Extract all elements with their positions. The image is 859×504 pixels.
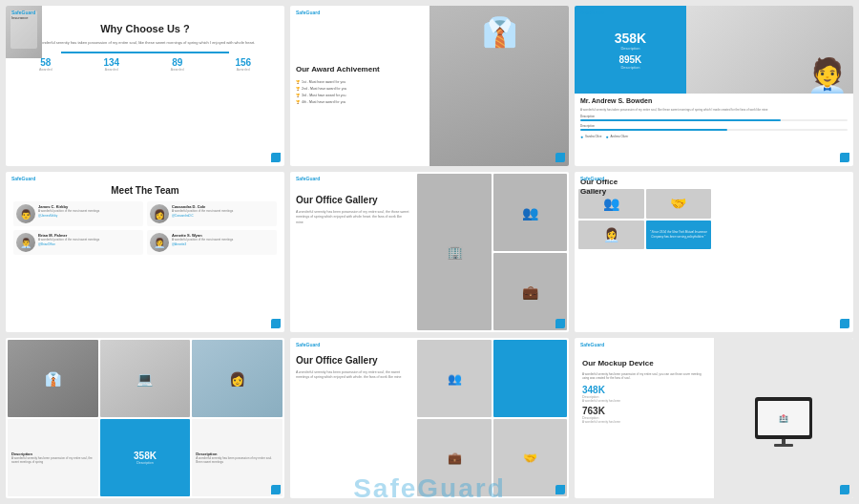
desc-text-1: A wonderful serenity has been possession… xyxy=(11,456,94,464)
stat-134: 134 Awarded xyxy=(103,57,119,72)
stats-top: 358K Description 895K Description xyxy=(575,6,853,94)
logo-slide9: SafeGuard xyxy=(580,343,604,348)
team-grid: 👨 James C. Kirkby A wonderful position o… xyxy=(6,201,284,255)
stat-num-4: 156 xyxy=(235,57,251,68)
team-card-3: 👨‍💼 Brian M. Palmer A wonderful position… xyxy=(13,230,143,255)
blue-corner-9 xyxy=(840,485,849,494)
blue-corner-7 xyxy=(271,485,281,494)
gallery-images-5: 🏢 👥 💼 xyxy=(415,172,569,332)
team-card-4: 👩‍💼 Annette S. Wynn A wonderful position… xyxy=(147,230,277,255)
gallery-img-tall: 🏢 xyxy=(417,174,491,330)
slide1-stats: 58 Awarded 134 Awarded 89 Awarded 156 Aw… xyxy=(6,57,284,72)
member-info-3: Brian M. Palmer A wonderful position of … xyxy=(38,233,140,246)
award-item-4: 4th - Must have award for you xyxy=(296,100,424,104)
award-left: Our Award Achivement 1st - Must have awa… xyxy=(290,6,430,166)
monitor-base xyxy=(774,444,793,447)
mockup-text: Our Mockup Device A wonderful serenity h… xyxy=(575,338,714,498)
prog-track-2 xyxy=(580,129,848,131)
slide-collage: 👔 💻 👩 Description A wonderful serenity h… xyxy=(6,338,284,498)
collage-desc-1: Description A wonderful serenity has bee… xyxy=(8,419,98,496)
people-icons: Sandra Olive Andrew Oliver xyxy=(580,134,848,139)
stat-895k: 895K xyxy=(618,54,641,65)
stat-lbl-4: Awarded xyxy=(235,68,251,72)
stat-desc-2: Description xyxy=(620,65,639,70)
gallery-img-1: 👥 xyxy=(493,174,567,251)
collage-stat-num: 358K xyxy=(134,451,157,461)
gallery-desc-8: A wonderful serenity has been possession… xyxy=(296,370,409,381)
stat-num-3: 89 xyxy=(171,57,184,68)
prog-fill-2 xyxy=(580,129,727,131)
gallery-img-8-2: 💼 xyxy=(417,419,491,496)
member-role-3: A wonderful position of the most sweet m… xyxy=(38,238,140,242)
stat-156: 156 Awarded xyxy=(235,57,251,72)
avatar-3: 👨‍💼 xyxy=(16,233,35,252)
stat-desc-1: Description xyxy=(620,46,639,51)
collage-img-3: 👩 xyxy=(192,340,283,417)
gallery-desc-5: A wonderful serenity has been possession… xyxy=(296,210,409,225)
avatar-4: 👩‍💼 xyxy=(150,233,169,252)
slide-person-stats: SafeGuard 358K Description 895K Descript… xyxy=(575,6,853,166)
slide-meet-team: SafeGuard Meet The Team 👨 James C. Kirkb… xyxy=(6,172,284,332)
person-badge-2: Andrew Oliver xyxy=(605,134,628,139)
slide1-divider xyxy=(61,52,228,53)
slide-grid: SafeGuardInsurance Why Choose Us ? A won… xyxy=(0,0,859,504)
member-social-1: @JamesKirkby xyxy=(38,214,140,218)
gallery-title-5: Our Office Gallery xyxy=(296,195,409,206)
slide-office-gallery-center: SafeGuard Our Office Gallery A wonderful… xyxy=(290,172,569,332)
stat-lbl-3: Awarded xyxy=(171,68,184,72)
prog-label-1: Description xyxy=(580,115,848,118)
gallery-grid-6: 👥 🤝 👩‍💼 " Since 1914, the New York Mutua… xyxy=(576,187,713,251)
person-photo xyxy=(686,6,853,94)
prog-fill-1 xyxy=(580,119,781,121)
logo-slide5: SafeGuard xyxy=(296,177,320,182)
gallery-quote-6: " Since 1914, the New York Mutual Insura… xyxy=(646,220,712,250)
slide-why-choose-us: SafeGuardInsurance Why Choose Us ? A won… xyxy=(6,6,284,166)
slide1-desc: A wonderful serenity has taken possessio… xyxy=(6,40,284,46)
member-info-2: Cassandra D. Cole A wonderful position o… xyxy=(172,204,274,218)
slide-mockup: SafeGuard Our Mockup Device A wonderful … xyxy=(575,338,853,498)
slide1-title: Why Choose Us ? xyxy=(6,23,284,34)
award-item-3: 3rd - Must have award for you xyxy=(296,94,424,97)
gallery-img-8-blue xyxy=(493,340,567,417)
mockup-title: Our Mockup Device xyxy=(582,359,706,368)
stat-num-1: 58 xyxy=(39,57,52,68)
collage-stat-desc: Description xyxy=(136,461,154,465)
progress-section: Description Description xyxy=(580,115,848,131)
person-desc: A wonderful serenity has taken possessio… xyxy=(580,108,848,112)
award-title: Our Award Achivement xyxy=(296,65,424,74)
blue-corner-6 xyxy=(840,319,849,328)
mock-stat-1: 348K xyxy=(582,385,706,395)
mock-stat-2: 763K xyxy=(582,406,706,416)
gallery-text-5: Our Office Gallery A wonderful serenity … xyxy=(290,172,415,332)
prog-track-1 xyxy=(580,119,848,121)
gallery-images-8: 👥 💼 🤝 xyxy=(415,338,569,498)
mock-stat-desc-1: A wonderful serenity has been xyxy=(582,399,706,403)
blue-corner-2 xyxy=(555,153,565,162)
team-card-1: 👨 James C. Kirkby A wonderful position o… xyxy=(13,201,143,226)
blue-corner-4 xyxy=(271,319,281,328)
award-item-1: 1st - Must have award for you xyxy=(296,80,424,84)
blue-corner-8 xyxy=(555,485,565,494)
avatar-2: 👩 xyxy=(150,204,169,223)
award-item-2: 2nd - Must have award for you xyxy=(296,87,424,91)
gallery-img-8-1: 👥 xyxy=(417,340,491,417)
gallery-img-6-2: 🤝 xyxy=(646,189,712,219)
stat-lbl-1: Awarded xyxy=(39,68,52,72)
gallery-img-6-3: 👩‍💼 xyxy=(578,220,644,250)
member-social-2: @CassandraD.C xyxy=(172,214,274,218)
collage-desc-2: Description A wonderful serenity has bee… xyxy=(192,419,283,496)
logo-slide6: SafeGuard xyxy=(580,177,604,182)
member-info-1: James C. Kirkby A wonderful position of … xyxy=(38,204,140,218)
slide-award: SafeGuard Our Award Achivement 1st - Mus… xyxy=(290,6,569,166)
collage-grid: 👔 💻 👩 Description A wonderful serenity h… xyxy=(6,338,284,498)
person-info: Mr. Andrew S. Bowden A wonderful serenit… xyxy=(575,94,853,166)
blue-corner-1 xyxy=(271,153,281,162)
blue-corner-3 xyxy=(840,153,849,162)
member-role-2: A wonderful position of the most sweet m… xyxy=(172,209,274,213)
blue-stats-panel: 358K Description 895K Description xyxy=(575,6,686,94)
stat-58: 58 Awarded xyxy=(39,57,52,72)
member-info-4: Annette S. Wynn A wonderful position of … xyxy=(172,233,274,246)
logo-slide4: SafeGuard xyxy=(11,177,35,182)
logo-slide8: SafeGuard xyxy=(296,343,320,348)
award-image xyxy=(430,6,569,166)
